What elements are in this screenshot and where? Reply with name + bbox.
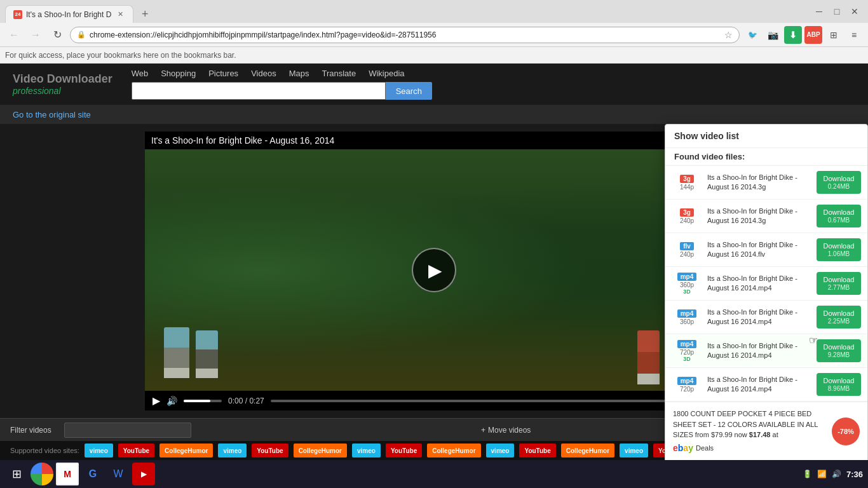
nav-pictures[interactable]: Pictures [208, 69, 238, 78]
ad-discount-badge: -78% [832, 417, 860, 445]
active-tab[interactable]: 24 It's a Shoo-In for Bright D ✕ [5, 5, 133, 23]
video-filename: Its a Shoo-In for Bright Dike - August 1… [707, 240, 811, 260]
list-item: mp4 360p Its a Shoo-In for Bright Dike -… [665, 301, 867, 334]
url-bar[interactable]: 🔒 chrome-extension://elicpjhcidhpjomhibi… [70, 27, 740, 43]
format-badge: flv 240p [672, 242, 702, 258]
maximize-button[interactable]: □ [829, 4, 845, 18]
progress-bar[interactable] [271, 400, 715, 402]
vimeo-badge-4: vimeo [486, 444, 515, 458]
dl-btn-container: Download0.24MB [817, 171, 861, 194]
ebay-y: y [688, 443, 693, 453]
volume-fill [184, 400, 210, 402]
search-button[interactable]: Search [386, 82, 432, 100]
bookmarks-bar: For quick access, place your bookmarks h… [0, 47, 868, 64]
taskbar-google-icon[interactable]: G [81, 463, 104, 485]
nav-web[interactable]: Web [132, 69, 149, 78]
format-res: 240p [680, 217, 694, 224]
back-button[interactable]: ← [5, 26, 23, 44]
vimeo-badge: vimeo [85, 444, 113, 458]
video-container: It's a Shoo-In for Bright Dike - August … [145, 132, 723, 410]
vimeo-badge-3: vimeo [352, 444, 381, 458]
play-button[interactable]: ▶ [412, 248, 456, 292]
twitter-extension-icon[interactable]: 🐦 [743, 26, 761, 44]
nav-translate[interactable]: Translate [322, 69, 356, 78]
format-badge: 3g 144p [672, 175, 702, 191]
download-button[interactable]: Download2.77MB [817, 272, 861, 295]
search-input[interactable] [132, 82, 386, 100]
move-videos-button[interactable]: + Move videos [481, 426, 531, 435]
dl-btn-container: Download0.67MB [817, 205, 861, 227]
taskbar-youtube-icon[interactable]: ▶ [132, 463, 155, 485]
college-humor-badge-2: CollegeHumor [294, 444, 347, 458]
taskbar-time: 7:36 [846, 470, 863, 479]
volume-icon[interactable]: 🔊 [166, 396, 177, 406]
format-badge: mp4 360p 3D [672, 273, 702, 295]
ebay-a: a [683, 443, 688, 453]
nav-maps[interactable]: Maps [289, 69, 309, 78]
ebay-row: ebay Deals [673, 442, 827, 455]
bookmarks-bar-text: For quick access, place your bookmarks h… [5, 51, 236, 60]
3d-badge: 3D [683, 356, 691, 362]
video-filename: Its a Shoo-In for Bright Dike - August 1… [707, 375, 811, 395]
tab-bar: 24 It's a Shoo-In for Bright D ✕ + [5, 0, 811, 23]
refresh-button[interactable]: ↻ [48, 26, 66, 44]
close-button[interactable]: ✕ [846, 4, 863, 18]
taskbar-battery-icon: 🔋 [803, 470, 812, 478]
forward-button[interactable]: → [27, 26, 44, 44]
format-type: mp4 [677, 340, 697, 348]
download-button[interactable]: Download2.25MB [817, 306, 861, 329]
format-res: 360p [680, 318, 694, 325]
taskbar-right: 🔋 📶 🔊 7:36 [803, 470, 863, 479]
download-panel: Show video list Found video files: 3g 14… [665, 124, 868, 460]
nav-shopping[interactable]: Shopping [161, 69, 196, 78]
download-button[interactable]: Download8.96MB [817, 373, 861, 396]
minimize-button[interactable]: ─ [811, 4, 827, 18]
grid-extension-icon[interactable]: ⊞ [825, 26, 843, 44]
nav-wikipedia[interactable]: Wikipedia [369, 69, 404, 78]
format-type: 3g [680, 208, 694, 217]
video-area: It's a Shoo-In for Bright Dike - August … [0, 124, 868, 418]
start-button[interactable]: ⊞ [5, 463, 28, 485]
camera-extension-icon[interactable]: 📷 [764, 26, 782, 44]
video-controls: ▶ 🔊 0:00 / 0:27 [145, 391, 723, 410]
taskbar-chrome-icon[interactable] [31, 463, 53, 485]
download-button[interactable]: Download1.06MB [817, 238, 861, 261]
toolbar-icons: 🐦 📷 ⬇ ABP ⊞ ≡ [743, 26, 863, 44]
search-bar: Search [132, 82, 855, 100]
taskbar: ⊞ M G W ▶ 🔋 📶 🔊 7:36 [0, 460, 868, 488]
youtube-badge-3: YouTube [386, 444, 422, 458]
tab-close-button[interactable]: ✕ [115, 10, 125, 20]
format-badge: mp4 360p [672, 309, 702, 325]
format-res: 720p [680, 349, 694, 356]
taskbar-wifi-icon: 📶 [817, 470, 827, 478]
download-button[interactable]: Download9.28MB [817, 339, 861, 362]
dl-btn-container: Download8.96MB [817, 373, 861, 396]
security-icon: 🔒 [77, 30, 86, 39]
main-content: Video Downloader professional Web Shoppi… [0, 64, 868, 460]
format-type: mp4 [677, 309, 697, 318]
taskbar-gmail-icon[interactable]: M [56, 463, 79, 485]
download-button[interactable]: Download0.24MB [817, 171, 861, 194]
menu-button[interactable]: ≡ [845, 26, 863, 44]
supported-sites-label: Supported video sites: [10, 447, 79, 454]
play-pause-button[interactable]: ▶ [153, 395, 160, 407]
vd-header: Video Downloader professional Web Shoppi… [0, 64, 868, 105]
college-humor-badge-3: CollegeHumor [427, 444, 480, 458]
format-badge: mp4 720p [672, 377, 702, 393]
download-extension-icon[interactable]: ⬇ [784, 26, 802, 44]
nav-videos[interactable]: Videos [251, 69, 276, 78]
taskbar-docs-icon[interactable]: W [107, 463, 130, 485]
time-display: 0:00 / 0:27 [228, 396, 264, 405]
bookmark-star-icon[interactable]: ☆ [724, 30, 733, 40]
chrome-frame: 24 It's a Shoo-In for Bright D ✕ + ─ □ ✕… [0, 0, 868, 488]
volume-bar[interactable] [184, 400, 222, 402]
format-type: 3g [680, 175, 694, 183]
adblock-extension-icon[interactable]: ABP [804, 26, 822, 44]
found-label: Found video files: [665, 148, 867, 166]
video-frame[interactable]: ▶ [145, 149, 723, 391]
original-site-link[interactable]: Go to the original site [13, 110, 91, 119]
download-button[interactable]: Download0.67MB [817, 205, 861, 227]
filter-input[interactable] [64, 423, 191, 438]
vimeo-badge-5: vimeo [620, 444, 648, 458]
new-tab-button[interactable]: + [136, 5, 154, 23]
